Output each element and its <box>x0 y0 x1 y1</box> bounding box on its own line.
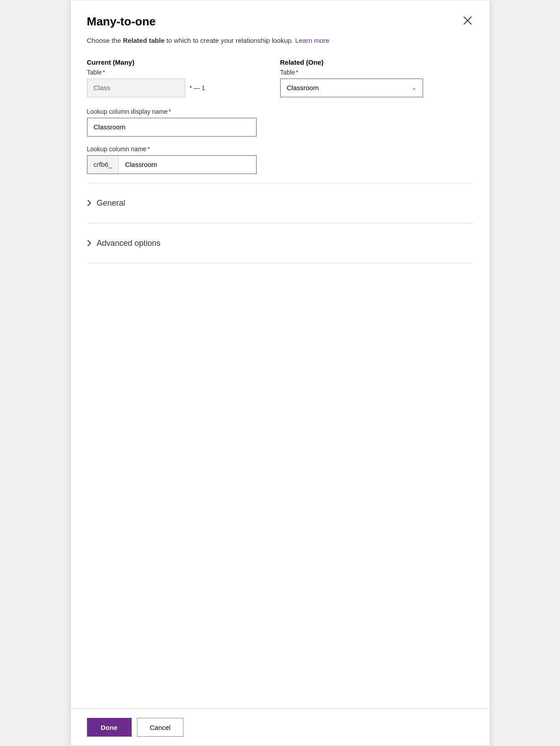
lookup-display-section: Lookup column display name* <box>87 108 473 137</box>
required-star-related: * <box>296 69 298 76</box>
close-button[interactable] <box>462 15 473 26</box>
current-table-section: Current (Many) Table* Class * — 1 <box>87 58 280 97</box>
many-to-one-dialog: Many-to-one Choose the Related table to … <box>71 0 490 746</box>
lookup-display-input[interactable] <box>87 118 257 137</box>
required-star-display: * <box>169 108 171 115</box>
close-icon <box>464 17 472 25</box>
description: Choose the Related table to which to cre… <box>87 36 473 46</box>
general-chevron-icon <box>87 199 91 207</box>
required-star-name: * <box>147 145 149 153</box>
related-table-section: Related (One) Table* Classroom ⌄ <box>280 58 473 97</box>
related-table-select[interactable]: Classroom ⌄ <box>280 79 423 97</box>
advanced-section-header[interactable]: Advanced options <box>87 231 473 256</box>
divider-2 <box>87 223 473 224</box>
divider-3 <box>87 263 473 264</box>
general-section-header[interactable]: General <box>87 191 473 216</box>
lookup-display-label: Lookup column display name* <box>87 108 473 115</box>
lookup-name-label: Lookup column name* <box>87 145 473 153</box>
advanced-options-section: Advanced options <box>87 231 473 256</box>
current-section-heading: Current (Many) <box>87 58 280 66</box>
related-table-label: Table* <box>280 69 473 76</box>
lookup-name-input[interactable] <box>119 156 256 174</box>
advanced-chevron-icon <box>87 240 91 247</box>
lookup-name-section: Lookup column name* crfb6_ <box>87 145 473 174</box>
chevron-down-icon: ⌄ <box>412 85 416 91</box>
relation-symbol: * — 1 <box>185 84 210 91</box>
dialog-header: Many-to-one <box>87 15 473 29</box>
lookup-name-input-wrapper: crfb6_ <box>87 155 257 174</box>
required-star-current: * <box>103 69 105 76</box>
cancel-button[interactable]: Cancel <box>137 718 184 737</box>
general-section-title: General <box>97 199 125 208</box>
dialog-title: Many-to-one <box>87 15 156 29</box>
divider-1 <box>87 183 473 183</box>
lookup-name-prefix: crfb6_ <box>87 156 119 174</box>
tables-row: Current (Many) Table* Class * — 1 Relate… <box>87 58 473 97</box>
done-button[interactable]: Done <box>87 718 132 737</box>
related-section-heading: Related (One) <box>280 58 473 66</box>
dialog-footer: Done Cancel <box>71 709 489 746</box>
current-table-input: Class <box>87 79 185 97</box>
current-table-label: Table* <box>87 69 280 76</box>
advanced-section-title: Advanced options <box>97 239 161 248</box>
learn-more-link[interactable]: Learn more <box>295 37 329 44</box>
general-section: General <box>87 191 473 216</box>
